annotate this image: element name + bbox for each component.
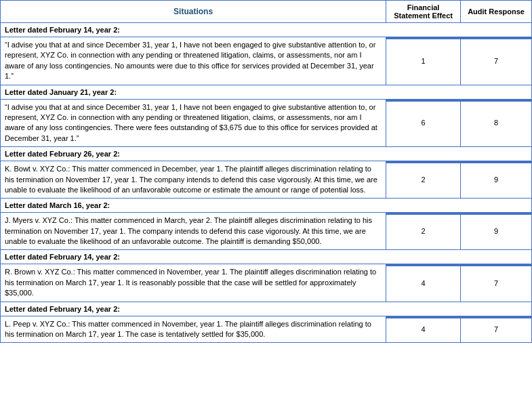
data-row-2: “I advise you that at and since December… xyxy=(1,99,532,147)
data-row-5: R. Brown v. XYZ Co.: This matter commenc… xyxy=(1,264,532,302)
situation-text-3: K. Bowt v. XYZ Co.: This matter commence… xyxy=(1,161,386,199)
section-header-text-5: Letter dated February 14, year 2: xyxy=(1,250,532,264)
section-header-6: Letter dated February 14, year 2: xyxy=(1,302,532,316)
financial-statement-header: Financial Statement Effect xyxy=(386,1,461,23)
section-header-2: Letter dated January 21, year 2: xyxy=(1,85,532,99)
section-header-5: Letter dated February 14, year 2: xyxy=(1,250,532,264)
audit-number-1: 7 xyxy=(461,37,532,85)
situation-text-1: “I advise you that at and since December… xyxy=(1,37,386,85)
fs-number-2: 6 xyxy=(386,99,461,147)
section-header-text-2: Letter dated January 21, year 2: xyxy=(1,85,532,99)
fs-number-5: 4 xyxy=(386,264,461,302)
audit-number-6: 7 xyxy=(461,316,532,343)
data-row-4: J. Myers v. XYZ Co.: This matter commenc… xyxy=(1,213,532,250)
fs-number-6: 4 xyxy=(386,316,461,343)
situation-text-4: J. Myers v. XYZ Co.: This matter commenc… xyxy=(1,213,386,250)
section-header-text-1: Letter dated February 14, year 2: xyxy=(1,23,532,37)
audit-number-4: 9 xyxy=(461,213,532,250)
audit-response-header: Audit Response xyxy=(461,1,532,23)
situation-text-2: “I advise you that at and since December… xyxy=(1,99,386,147)
audit-number-3: 9 xyxy=(461,161,532,199)
fs-number-3: 2 xyxy=(386,161,461,199)
audit-number-5: 7 xyxy=(461,264,532,302)
situation-text-6: L. Peep v. XYZ Co.: This matter commence… xyxy=(1,316,386,343)
section-header-1: Letter dated February 14, year 2: xyxy=(1,23,532,37)
situation-text-5: R. Brown v. XYZ Co.: This matter commenc… xyxy=(1,264,386,302)
section-header-text-4: Letter dated March 16, year 2: xyxy=(1,199,532,213)
section-header-3: Letter dated February 26, year 2: xyxy=(1,147,532,161)
section-header-4: Letter dated March 16, year 2: xyxy=(1,199,532,213)
audit-number-2: 8 xyxy=(461,99,532,147)
section-header-text-6: Letter dated February 14, year 2: xyxy=(1,302,532,316)
data-row-6: L. Peep v. XYZ Co.: This matter commence… xyxy=(1,316,532,343)
fs-number-1: 1 xyxy=(386,37,461,85)
data-row-1: “I advise you that at and since December… xyxy=(1,37,532,85)
data-row-3: K. Bowt v. XYZ Co.: This matter commence… xyxy=(1,161,532,199)
section-header-text-3: Letter dated February 26, year 2: xyxy=(1,147,532,161)
fs-number-4: 2 xyxy=(386,213,461,250)
situations-header: Situations xyxy=(1,1,386,23)
